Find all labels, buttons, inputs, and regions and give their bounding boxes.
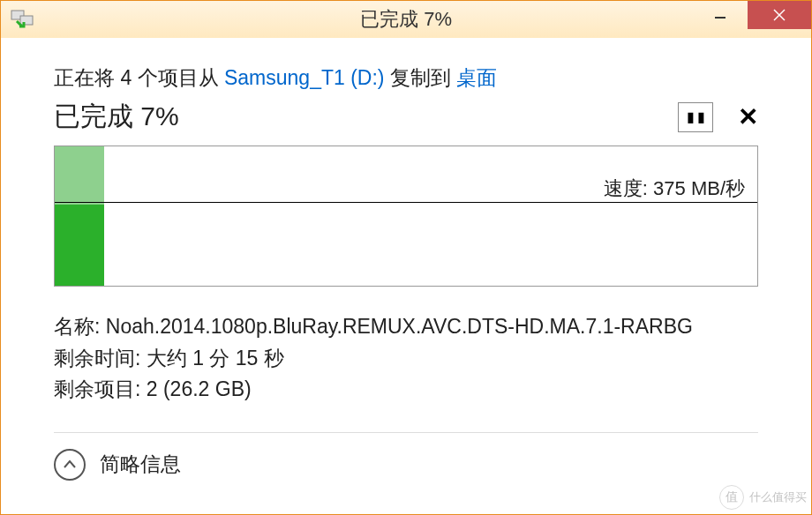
speed-label: 速度: 375 MB/秒 (600, 175, 748, 202)
window-title: 已完成 7% (360, 6, 452, 33)
watermark: 值 什么值得买 (719, 485, 807, 510)
toggle-details[interactable]: 简略信息 (54, 449, 758, 481)
chart-speed-area (55, 205, 104, 286)
dest-link[interactable]: 桌面 (456, 66, 497, 89)
progress-row: 已完成 7% ▮▮ ✕ (54, 99, 758, 135)
copy-description: 正在将 4 个项目从 Samsung_T1 (D:) 复制到 桌面 (54, 64, 758, 92)
progress-label: 已完成 7% (54, 99, 179, 135)
detail-name: 名称: Noah.2014.1080p.BluRay.REMUX.AVC.DTS… (54, 311, 758, 343)
divider (54, 432, 758, 433)
pause-button[interactable]: ▮▮ (678, 102, 713, 132)
svg-rect-1 (20, 16, 33, 25)
detail-time: 剩余时间: 大约 1 分 15 秒 (54, 343, 758, 375)
cancel-button[interactable]: ✕ (738, 105, 758, 130)
source-link[interactable]: Samsung_T1 (D:) (224, 66, 385, 89)
close-button[interactable] (748, 1, 811, 29)
titlebar[interactable]: 已完成 7% (1, 1, 811, 38)
copy-mid: 复制到 (384, 66, 456, 89)
window-controls (693, 1, 811, 33)
chart-speed-line (55, 202, 757, 203)
minimize-button[interactable] (693, 1, 748, 29)
chevron-up-icon (54, 449, 86, 481)
watermark-text: 什么值得买 (749, 489, 807, 505)
details-section: 名称: Noah.2014.1080p.BluRay.REMUX.AVC.DTS… (54, 311, 758, 406)
detail-items: 剩余项目: 2 (26.2 GB) (54, 374, 758, 406)
copy-dialog-window: 已完成 7% 正在将 4 个项目从 Samsung_T1 (D:) 复制到 桌面… (0, 0, 812, 515)
toggle-label: 简略信息 (100, 451, 181, 478)
content-area: 正在将 4 个项目从 Samsung_T1 (D:) 复制到 桌面 已完成 7%… (1, 38, 811, 514)
copy-prefix: 正在将 4 个项目从 (54, 66, 224, 89)
copy-icon (10, 5, 38, 34)
watermark-icon: 值 (719, 485, 744, 510)
progress-actions: ▮▮ ✕ (678, 102, 758, 132)
speed-chart: 速度: 375 MB/秒 (54, 146, 758, 287)
